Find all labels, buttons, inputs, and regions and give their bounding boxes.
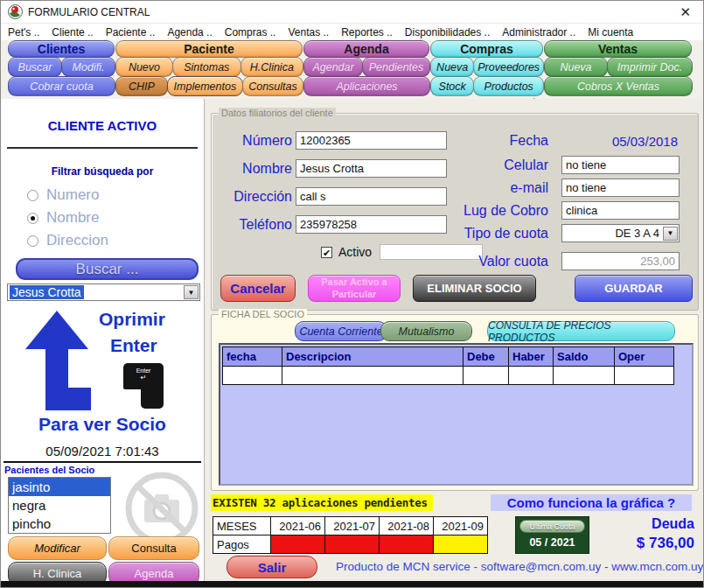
paciente-consultas-button[interactable]: Consultas [242,76,303,96]
tipo-de-cuota-value: DE 3 A 4 [562,227,663,240]
menu-ventas[interactable]: Ventas .. [288,26,329,38]
col-header-debe: Debe [464,347,509,367]
menu-bar: Pet's .. Cliente .. Paciente .. Agenda .… [1,24,703,40]
main-panel: Datos filiatorios del cliente Número Nom… [205,99,704,588]
enter-hint: Enter [110,335,157,356]
timestamp: 05/09/2021 7:01:43 [1,444,204,458]
menu-reportes[interactable]: Reportes .. [341,26,393,38]
col-header-haber: Haber [509,347,554,367]
activo-label: Activo [338,245,372,259]
menu-paciente[interactable]: Paciente .. [106,26,156,38]
cancelar-button[interactable]: Cancelar [220,275,296,302]
radio-numero[interactable]: Numero [27,186,99,204]
compras-stock-button[interactable]: Stock [430,76,474,96]
salir-button[interactable]: Salir [227,556,317,578]
menu-cliente[interactable]: Cliente .. [52,26,93,38]
nombre-label: Nombre [212,161,292,177]
menu-administrador[interactable]: Administrador .. [502,26,575,38]
ultima-cuota-value: 05 / 2021 [516,536,589,549]
como-funciona-grafica-link[interactable]: Como funciona la gráfica ? [491,494,692,511]
radio-nombre[interactable]: Nombre [27,209,99,227]
pago-status-cell [380,536,434,554]
celular-label: Celular [417,158,548,173]
clientes-buscar-button[interactable]: Buscar [8,57,62,77]
paciente-hclinica-button[interactable]: H.Clinica [240,57,303,77]
patient-list-item[interactable]: negra [9,496,110,514]
col-header-descripcion: Descripcion [282,347,464,367]
ventas-imprimir-doc-button[interactable]: Imprimir Doc. [607,57,693,77]
toolbar-group-ventas: Ventas Nueva Imprimir Doc. Cobros X Vent… [544,40,692,96]
paciente-sintomas-button[interactable]: Sintomas [172,57,241,77]
cuenta-corriente-panel: fecha Descripcion Debe Haber Saldo Oper [219,343,694,486]
datos-legend: Datos filiatorios del cliente [219,108,336,118]
menu-compras[interactable]: Compras .. [225,26,276,38]
cuenta-corriente-table: fecha Descripcion Debe Haber Saldo Oper [222,346,674,385]
ultima-cuota-button[interactable]: Ultima Cuota [519,520,585,533]
radio-direccion-circle [27,235,38,247]
patient-list-item[interactable]: jasinto [9,478,110,496]
compras-productos-button[interactable]: Productos [473,76,544,96]
valor-cuota-input[interactable] [561,252,680,270]
paciente-nuevo-button[interactable]: Nuevo [115,57,173,77]
valor-cuota-label: Valor cuota [417,254,548,270]
agenda-pendientes-button[interactable]: Pendientes [362,57,430,77]
ficha-legend: FICHA DEL SOCIO [219,309,307,319]
clientes-modificar-button[interactable]: Modifi. [61,57,115,77]
modificar-button[interactable]: Modificar [8,536,107,560]
para-ver-socio-hint: Para ver Socio [1,414,204,435]
radio-numero-label: Numero [46,186,99,204]
pagos-label: Pagos [213,536,271,554]
telefono-label: Teléfono [212,217,292,233]
paciente-chip-button[interactable]: CHIP [115,76,168,96]
radio-direccion[interactable]: Direccion [27,232,108,249]
window-title: FORMULARIO CENTRAL [28,6,150,18]
fecha-value: 05/03/2018 [548,134,678,149]
radio-direccion-label: Direccion [46,232,108,249]
oprimir-hint: Oprimir [99,309,165,330]
radio-nombre-circle [27,213,38,224]
table-row [223,367,674,385]
chevron-down-icon[interactable]: ▼ [184,285,199,299]
month-header: 2021-06 [271,517,325,536]
agenda-agendar-button[interactable]: Agendar [303,57,363,77]
tab-mutualismo[interactable]: Mutualismo [380,321,472,341]
pasar-activo-a-particular-button[interactable]: Pasar Activo a Particular [308,275,401,302]
compras-proveedores-button[interactable]: Proveedores [473,57,544,77]
payments-table: MESES 2021-06 2021-07 2021-08 2021-09 Pa… [213,516,488,554]
chevron-down-icon[interactable]: ▼ [663,227,678,241]
menu-disponibilidades[interactable]: Disponibilidades .. [405,26,490,38]
tab-cuenta-corriente[interactable]: Cuenta Corriente [295,321,387,341]
app-logo-icon [8,4,23,19]
clientes-cobrar-cuota-button[interactable]: Cobrar cuota [8,76,115,96]
ventas-cobros-x-ventas-button[interactable]: Cobros X Ventas [544,76,693,96]
pending-applications-alert: EXISTEN 32 aplicaciones pendientes [211,494,433,511]
activo-checkbox[interactable]: ✔ [321,247,332,258]
paciente-implementos-button[interactable]: Implementos [167,76,243,96]
client-search-combobox[interactable]: Jesus Crotta ▼ [7,284,200,301]
close-button[interactable]: ✕ [680,4,691,20]
ventas-nueva-button[interactable]: Nueva [544,57,608,77]
consulta-button[interactable]: Consulta [108,536,199,560]
group-header-agenda: Agenda [303,40,429,58]
celular-input[interactable] [561,156,680,174]
email-input[interactable] [561,178,680,197]
lug-de-cobro-input[interactable] [561,201,680,220]
guardar-button[interactable]: GUARDAR [575,275,693,302]
group-header-ventas: Ventas [544,40,692,58]
lug-de-cobro-label: Lug de Cobro [417,203,548,219]
menu-agenda[interactable]: Agenda .. [167,26,212,38]
eliminar-socio-button[interactable]: ELIMINAR SOCIO [413,275,536,302]
radio-numero-circle [27,190,38,201]
pago-status-cell [434,536,488,554]
patient-list-item[interactable]: pincho [9,514,110,533]
agenda-aplicaciones-button[interactable]: Aplicaciones [303,76,430,96]
compras-nueva-button[interactable]: Nueva [430,57,474,77]
tipo-de-cuota-combobox[interactable]: DE 3 A 4 ▼ [561,224,680,242]
group-header-clientes: Clientes [8,40,115,58]
buscar-button[interactable]: Buscar ... [16,258,199,280]
tab-consulta-precios-productos[interactable]: CONSULTA DE PRECIOS PRODUCTOS [487,321,675,341]
menu-pets[interactable]: Pet's .. [8,26,39,38]
pago-status-cell [271,536,325,554]
toolbar-group-paciente: Paciente Nuevo Sintomas H.Clinica CHIP I… [115,40,303,96]
menu-mi-cuenta[interactable]: Mi cuenta [588,26,633,38]
